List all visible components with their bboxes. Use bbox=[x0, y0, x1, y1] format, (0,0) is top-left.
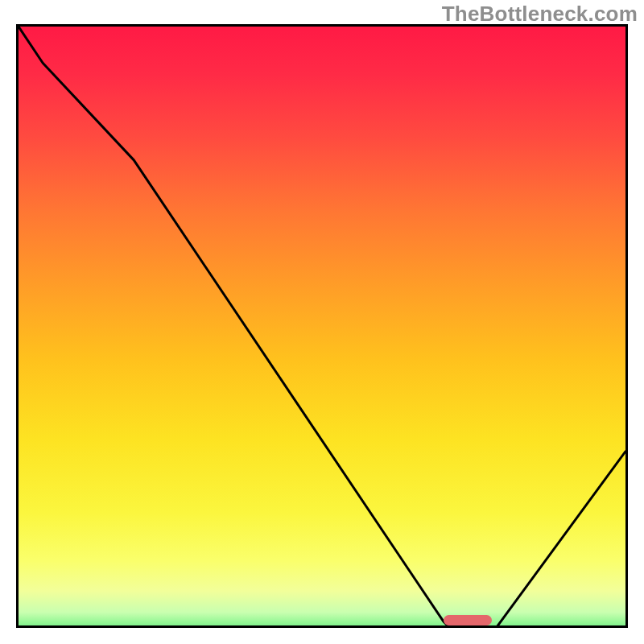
plot-area bbox=[16, 24, 628, 628]
chart-container: TheBottleneck.com bbox=[0, 0, 644, 644]
bottleneck-curve bbox=[19, 27, 625, 628]
watermark: TheBottleneck.com bbox=[442, 2, 638, 27]
optimal-marker bbox=[444, 615, 492, 625]
